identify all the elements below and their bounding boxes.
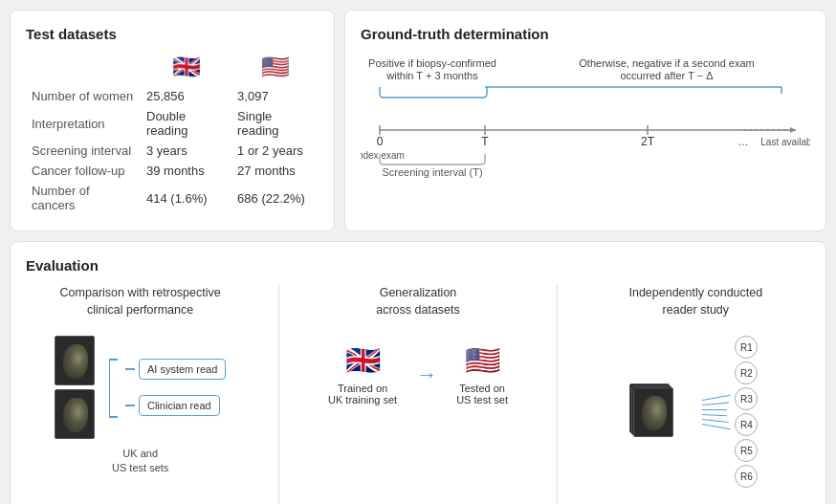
svg-text:Index exam: Index exam [361, 150, 405, 161]
top-row: Test datasets 🇬🇧 🇺🇸 Number of women 25,8… [10, 10, 826, 231]
evaluation-panel: Evaluation Comparison with retrospective… [10, 241, 826, 504]
row-label: Interpretation [26, 106, 141, 141]
uk-flag-header: 🇬🇧 [141, 54, 231, 86]
reader-r2: R2 [735, 362, 758, 384]
generalization-arrow: → [416, 362, 437, 387]
test-datasets-panel: Test datasets 🇬🇧 🇺🇸 Number of women 25,8… [10, 10, 335, 231]
tested-label: Tested onUS test set [456, 383, 508, 405]
divider-2 [557, 285, 558, 504]
mammo-image-1 [55, 336, 95, 385]
uk-value: 39 months [141, 161, 231, 181]
evaluation-title: Evaluation [26, 257, 810, 274]
reader-r1: R1 [735, 336, 758, 359]
us-flag: 🇺🇸 [465, 343, 500, 377]
reader-r3: R3 [735, 387, 758, 410]
comparison-caption: UK andUS test sets [112, 447, 168, 476]
table-row: Number of women 25,856 3,097 [26, 86, 319, 106]
trained-label: Trained onUK training set [328, 383, 397, 405]
us-value: 27 months [231, 161, 319, 181]
uk-value: 25,856 [141, 86, 231, 106]
svg-text:Last available data: Last available data [760, 137, 810, 147]
reader-r5: R5 [735, 439, 758, 462]
reader-r6: R6 [735, 465, 758, 488]
uk-value: Double reading [141, 106, 231, 141]
clinician-box: Clinician read [139, 395, 220, 416]
svg-text:2T: 2T [641, 135, 655, 148]
us-testing: 🇺🇸 Tested onUS test set [456, 343, 508, 405]
row-label: Screening interval [26, 141, 141, 161]
us-value: Single reading [231, 106, 319, 141]
generalization-diagram: 🇬🇧 Trained onUK training set → 🇺🇸 Tested… [328, 343, 508, 405]
main-container: Test datasets 🇬🇧 🇺🇸 Number of women 25,8… [10, 10, 826, 504]
mammo-image-2 [55, 389, 95, 439]
svg-text:Screening interval (T): Screening interval (T) [382, 166, 482, 178]
row-label: Number of cancers [26, 181, 141, 215]
test-datasets-title: Test datasets [26, 26, 319, 42]
uk-flag: 🇬🇧 [345, 343, 381, 377]
ai-system-box: AI system read [139, 359, 226, 380]
generalization-title: Generalizationacross datasets [376, 285, 460, 318]
datasets-table: 🇬🇧 🇺🇸 Number of women 25,856 3,097 Inter… [26, 54, 319, 215]
svg-text:0: 0 [377, 135, 384, 148]
reader-title: Independently conductedreader study [628, 285, 762, 318]
us-value: 686 (22.2%) [231, 181, 319, 215]
table-row: Cancer follow-up 39 months 27 months [26, 161, 319, 181]
svg-text:T: T [481, 135, 489, 148]
comparison-title: Comparison with retrospectiveclinical pe… [60, 285, 221, 318]
us-value: 3,097 [231, 86, 319, 106]
row-label: Cancer follow-up [26, 161, 141, 181]
eval-sections: Comparison with retrospectiveclinical pe… [26, 285, 810, 504]
reader-diagram: R1 R2 R3 R4 R5 R6 [633, 336, 758, 488]
eval-section-reader: Independently conductedreader study [582, 285, 810, 504]
svg-text:within T + 3 months: within T + 3 months [385, 70, 478, 81]
uk-value: 414 (1.6%) [141, 181, 231, 215]
svg-text:occurred after T − Δ: occurred after T − Δ [620, 70, 714, 81]
svg-text:Positive if biopsy-confirmed: Positive if biopsy-confirmed [368, 57, 496, 69]
uk-training: 🇬🇧 Trained onUK training set [328, 343, 397, 405]
eval-section-comparison: Comparison with retrospectiveclinical pe… [26, 285, 254, 504]
table-row: Number of cancers 414 (1.6%) 686 (22.2%) [26, 181, 319, 215]
table-row: Interpretation Double reading Single rea… [26, 106, 319, 141]
reader-circles: R1 R2 R3 R4 R5 R6 [735, 336, 758, 488]
reader-r4: R4 [735, 413, 758, 436]
timeline-diagram: Positive if biopsy-confirmed within T + … [361, 54, 810, 178]
reader-mammo [633, 387, 673, 437]
us-flag-header: 🇺🇸 [231, 54, 319, 86]
svg-text:Otherwise, negative if a secon: Otherwise, negative if a second exam [579, 57, 754, 69]
ground-truth-title: Ground-truth determination [361, 26, 810, 42]
divider-1 [278, 285, 279, 504]
reader-lines [702, 400, 731, 425]
svg-text:...: ... [738, 134, 749, 148]
row-label: Number of women [26, 86, 141, 106]
us-value: 1 or 2 years [231, 141, 319, 161]
table-row: Screening interval 3 years 1 or 2 years [26, 141, 319, 161]
uk-value: 3 years [141, 141, 231, 161]
ground-truth-panel: Ground-truth determination Positive if b… [344, 10, 826, 231]
eval-section-generalization: Generalizationacross datasets 🇬🇧 Trained… [303, 285, 532, 504]
